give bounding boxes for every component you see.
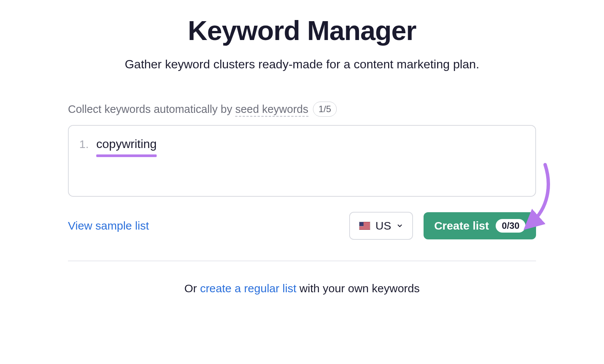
country-selector[interactable]: US <box>349 212 413 240</box>
actions-row: View sample list US Create list 0 <box>68 212 536 240</box>
keyword-value[interactable]: copywriting <box>96 137 157 151</box>
view-sample-list-link[interactable]: View sample list <box>68 219 149 232</box>
page-subtitle: Gather keyword clusters ready-made for a… <box>68 57 536 71</box>
keyword-index: 1. <box>79 138 89 151</box>
alt-suffix: with your own keywords <box>296 282 420 295</box>
page-title: Keyword Manager <box>68 15 536 46</box>
section-divider <box>68 261 536 261</box>
us-flag-icon <box>359 222 370 230</box>
chevron-down-icon <box>396 222 403 229</box>
keyword-input-box[interactable]: 1. copywriting <box>68 125 536 197</box>
keyword-row: 1. copywriting <box>79 137 525 151</box>
right-actions-group: US Create list 0/30 <box>349 212 536 240</box>
keyword-text-content: copywriting <box>96 137 157 151</box>
list-count-badge: 0/30 <box>496 219 525 233</box>
seed-label-prefix: Collect keywords automatically by <box>68 103 235 115</box>
create-regular-list-link[interactable]: create a regular list <box>200 282 296 295</box>
alternative-option-text: Or create a regular list with your own k… <box>68 282 536 295</box>
country-code: US <box>376 219 391 232</box>
seed-keywords-link[interactable]: seed keywords <box>235 103 308 117</box>
alt-prefix: Or <box>184 282 200 295</box>
seed-section-label: Collect keywords automatically by seed k… <box>68 102 536 117</box>
create-list-button[interactable]: Create list 0/30 <box>424 212 536 239</box>
create-list-label: Create list <box>434 219 489 232</box>
keyword-highlight-underline <box>96 154 157 157</box>
seed-counter-badge: 1/5 <box>313 102 337 117</box>
